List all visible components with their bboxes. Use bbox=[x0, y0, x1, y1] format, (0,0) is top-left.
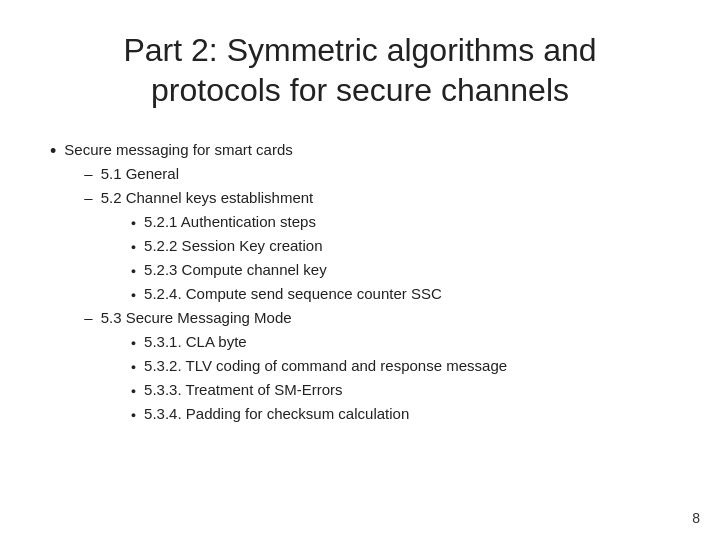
level3-item-533: ● 5.3.3. Treatment of SM-Errors bbox=[131, 378, 507, 402]
level3-list-53: ● 5.3.1. CLA byte ● 5.3.2. TLV coding of… bbox=[101, 330, 507, 426]
slide-title: Part 2: Symmetric algorithms and protoco… bbox=[50, 30, 670, 110]
level3-list-52: ● 5.2.1 Authentication steps ● 5.2.2 Ses… bbox=[101, 210, 442, 306]
level3-534-text: 5.3.4. Padding for checksum calculation bbox=[144, 402, 409, 426]
level3-531-text: 5.3.1. CLA byte bbox=[144, 330, 247, 354]
bullet3-icon-531: ● bbox=[131, 336, 136, 350]
level1-item-content: Secure messaging for smart cards – 5.1 G… bbox=[64, 138, 507, 426]
level2-item-51: – 5.1 General bbox=[84, 162, 507, 186]
level3-522-text: 5.2.2 Session Key creation bbox=[144, 234, 322, 258]
level3-item-521: ● 5.2.1 Authentication steps bbox=[131, 210, 442, 234]
bullet3-icon-522: ● bbox=[131, 240, 136, 254]
bullet3-icon-524: ● bbox=[131, 288, 136, 302]
level3-item-522: ● 5.2.2 Session Key creation bbox=[131, 234, 442, 258]
bullet3-icon-534: ● bbox=[131, 408, 136, 422]
bullet3-icon-523: ● bbox=[131, 264, 136, 278]
bullet3-icon-533: ● bbox=[131, 384, 136, 398]
slide-content: • Secure messaging for smart cards – 5.1… bbox=[50, 138, 670, 428]
dash-icon-53: – bbox=[84, 306, 92, 330]
level3-533-text: 5.3.3. Treatment of SM-Errors bbox=[144, 378, 342, 402]
level3-item-523: ● 5.2.3 Compute channel key bbox=[131, 258, 442, 282]
bullet-icon: • bbox=[50, 138, 56, 166]
level2-51-text: 5.1 General bbox=[101, 165, 179, 182]
level2-item-52-content: 5.2 Channel keys establishment ● 5.2.1 A… bbox=[101, 186, 442, 306]
level1-item: • Secure messaging for smart cards – 5.1… bbox=[50, 138, 670, 426]
level1-list: • Secure messaging for smart cards – 5.1… bbox=[50, 138, 670, 426]
page-number: 8 bbox=[692, 510, 700, 526]
level3-523-text: 5.2.3 Compute channel key bbox=[144, 258, 327, 282]
level3-524-text: 5.2.4. Compute send sequence counter SSC bbox=[144, 282, 442, 306]
level2-list: – 5.1 General – 5.2 Channel keys establi… bbox=[64, 162, 507, 426]
level1-text: Secure messaging for smart cards bbox=[64, 141, 292, 158]
level3-item-532: ● 5.3.2. TLV coding of command and respo… bbox=[131, 354, 507, 378]
bullet3-icon-532: ● bbox=[131, 360, 136, 374]
title-line2: protocols for secure channels bbox=[151, 72, 569, 108]
level2-item-52: – 5.2 Channel keys establishment ● 5.2.1… bbox=[84, 186, 507, 306]
level3-item-524: ● 5.2.4. Compute send sequence counter S… bbox=[131, 282, 442, 306]
level3-521-text: 5.2.1 Authentication steps bbox=[144, 210, 316, 234]
bullet3-icon-521: ● bbox=[131, 216, 136, 230]
level2-item-53-content: 5.3 Secure Messaging Mode ● 5.3.1. CLA b… bbox=[101, 306, 507, 426]
level3-item-534: ● 5.3.4. Padding for checksum calculatio… bbox=[131, 402, 507, 426]
level2-53-text: 5.3 Secure Messaging Mode bbox=[101, 309, 292, 326]
level3-532-text: 5.3.2. TLV coding of command and respons… bbox=[144, 354, 507, 378]
dash-icon-51: – bbox=[84, 162, 92, 186]
level2-item-51-content: 5.1 General bbox=[101, 162, 179, 186]
title-line1: Part 2: Symmetric algorithms and bbox=[123, 32, 596, 68]
dash-icon-52: – bbox=[84, 186, 92, 210]
slide: Part 2: Symmetric algorithms and protoco… bbox=[0, 0, 720, 540]
level3-item-531: ● 5.3.1. CLA byte bbox=[131, 330, 507, 354]
level2-item-53: – 5.3 Secure Messaging Mode ● 5.3.1. CLA… bbox=[84, 306, 507, 426]
level2-52-text: 5.2 Channel keys establishment bbox=[101, 189, 314, 206]
